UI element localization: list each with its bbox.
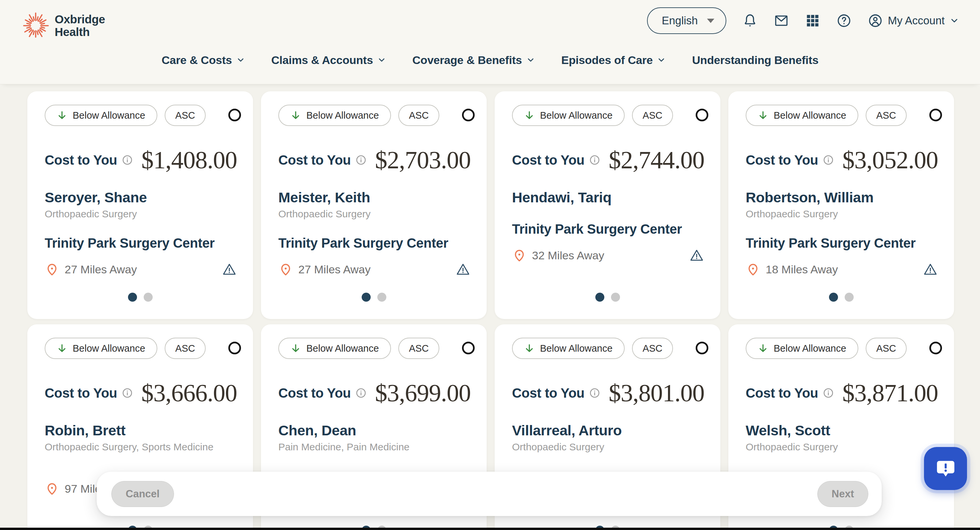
facility-name[interactable]: Trinity Park Surgery Center (746, 236, 938, 251)
carousel-dot[interactable] (611, 293, 620, 302)
chat-support-button[interactable] (924, 447, 967, 490)
select-provider-radio[interactable] (696, 342, 708, 354)
info-icon[interactable] (822, 154, 834, 166)
carousel-dot-active[interactable] (595, 293, 605, 302)
carousel-dot[interactable] (144, 293, 153, 302)
warning-triangle-icon[interactable] (222, 262, 237, 277)
below-allowance-badge: Below Allowance (45, 105, 158, 126)
cost-to-you-label: Cost to You (746, 386, 818, 401)
select-provider-radio[interactable] (228, 109, 241, 121)
select-provider-radio[interactable] (462, 109, 475, 121)
distance-row: 27 Miles Away (278, 260, 471, 279)
facility-name[interactable]: Trinity Park Surgery Center (278, 236, 471, 251)
carousel-dot[interactable] (377, 293, 387, 302)
messages-mail-icon[interactable] (774, 13, 789, 28)
info-icon[interactable] (589, 387, 600, 399)
select-provider-radio[interactable] (929, 342, 942, 354)
nav-item-understanding-benefits[interactable]: Understanding Benefits (692, 54, 818, 67)
provider-name[interactable]: Villarreal, Arturo (512, 422, 704, 439)
info-icon[interactable] (589, 154, 600, 166)
badges-row: Below Allowance ASC (45, 105, 237, 126)
carousel-dot[interactable] (845, 293, 854, 302)
warning-triangle-icon[interactable] (455, 262, 471, 277)
cost-to-you-label: Cost to You (278, 386, 351, 401)
select-provider-radio[interactable] (462, 342, 475, 354)
starburst-logo-icon (22, 12, 49, 39)
facility-name[interactable]: Trinity Park Surgery Center (512, 222, 704, 237)
cost-row: Cost to You $1,408.00 (45, 146, 237, 173)
provider-name[interactable]: Robin, Brett (45, 422, 237, 439)
nav-item-care-costs[interactable]: Care & Costs (162, 54, 245, 67)
info-icon[interactable] (822, 387, 834, 399)
provider-name[interactable]: Welsh, Scott (746, 422, 938, 439)
asc-badge: ASC (398, 337, 440, 359)
nav-item-episodes-of-care[interactable]: Episodes of Care (562, 54, 667, 67)
info-icon[interactable] (122, 154, 133, 166)
provider-card: Below Allowance ASC Cost to You $2,744.0… (495, 91, 720, 319)
cost-to-you-label: Cost to You (45, 153, 117, 168)
carousel-dots (27, 293, 253, 302)
distance-row: 27 Miles Away (45, 260, 237, 279)
carousel-dots (728, 293, 954, 302)
cost-row: Cost to You $3,666.00 (45, 380, 237, 406)
info-icon[interactable] (122, 387, 133, 399)
notifications-bell-icon[interactable] (742, 13, 758, 28)
select-provider-radio[interactable] (929, 109, 942, 121)
carousel-dot-active[interactable] (128, 293, 137, 302)
nav-item-claims-accounts[interactable]: Claims & Accounts (271, 54, 387, 67)
select-provider-radio[interactable] (696, 109, 708, 121)
badges-row: Below Allowance ASC (278, 105, 471, 126)
distance-row: 18 Miles Away (746, 260, 938, 279)
apps-grid-icon[interactable] (805, 13, 820, 28)
provider-name[interactable]: Meister, Keith (278, 189, 471, 206)
chevron-down-icon (377, 55, 387, 65)
info-icon[interactable] (355, 387, 367, 399)
brand-logo[interactable]: Oxbridge Health (22, 12, 105, 39)
info-icon[interactable] (355, 154, 367, 166)
badges-row: Below Allowance ASC (278, 337, 471, 359)
provider-specialty: Orthopaedic Surgery (45, 208, 237, 220)
select-provider-radio[interactable] (228, 342, 241, 354)
carousel-dot-active[interactable] (362, 293, 371, 302)
arrow-down-icon (524, 343, 535, 354)
chevron-down-icon (949, 16, 959, 25)
carousel-dot-active[interactable] (829, 293, 838, 302)
location-pin-icon (512, 248, 527, 263)
badges-row: Below Allowance ASC (512, 337, 704, 359)
provider-name[interactable]: Seroyer, Shane (45, 189, 237, 206)
below-allowance-badge: Below Allowance (278, 105, 391, 126)
cancel-button[interactable]: Cancel (111, 481, 174, 507)
help-icon[interactable] (836, 13, 852, 28)
below-allowance-badge: Below Allowance (746, 337, 858, 359)
location-pin-icon (45, 481, 59, 496)
nav-item-coverage-benefits[interactable]: Coverage & Benefits (412, 54, 535, 67)
arrow-down-icon (290, 343, 301, 354)
chevron-down-icon (657, 55, 666, 65)
cost-to-you-label: Cost to You (746, 153, 818, 168)
cost-row: Cost to You $3,052.00 (746, 146, 938, 173)
cost-to-you-label: Cost to You (512, 386, 584, 401)
cost-amount: $3,801.00 (609, 380, 704, 406)
language-selector[interactable]: English (647, 7, 726, 34)
asc-badge: ASC (632, 337, 673, 359)
warning-triangle-icon[interactable] (689, 248, 704, 263)
cost-row: Cost to You $3,801.00 (512, 380, 704, 406)
my-account-menu[interactable]: My Account (868, 13, 959, 28)
provider-name[interactable]: Chen, Dean (278, 422, 471, 439)
next-button[interactable]: Next (817, 481, 868, 507)
cost-amount: $1,408.00 (142, 146, 237, 173)
facility-name[interactable]: Trinity Park Surgery Center (45, 236, 237, 251)
cost-row: Cost to You $2,744.00 (512, 146, 704, 173)
provider-card: Below Allowance ASC Cost to You $1,408.0… (27, 91, 253, 319)
provider-name[interactable]: Robertson, William (746, 189, 938, 206)
provider-name[interactable]: Hendawi, Tariq (512, 189, 704, 206)
caret-down-icon (707, 19, 714, 23)
arrow-down-icon (290, 110, 301, 121)
warning-triangle-icon[interactable] (923, 262, 938, 277)
below-allowance-badge: Below Allowance (45, 337, 158, 359)
provider-specialty: Pain Medicine, Pain Medicine (278, 441, 471, 453)
language-value: English (662, 14, 698, 27)
provider-card: Below Allowance ASC Cost to You $2,703.0… (261, 91, 487, 319)
below-allowance-badge: Below Allowance (512, 337, 625, 359)
provider-specialty: Orthopaedic Surgery (512, 441, 704, 453)
